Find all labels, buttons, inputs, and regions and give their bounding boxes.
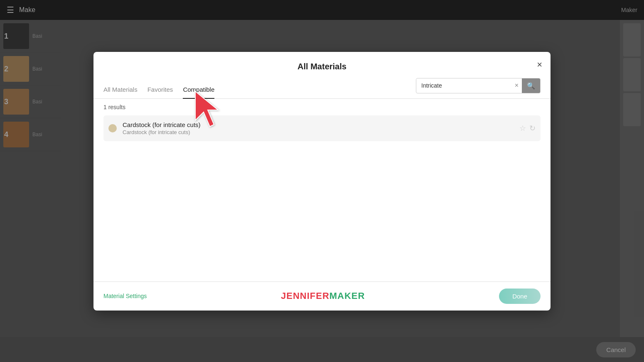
- search-clear-button[interactable]: ×: [511, 79, 522, 92]
- refresh-button[interactable]: ↻: [529, 124, 536, 133]
- material-color-dot: [108, 124, 117, 132]
- search-input[interactable]: [416, 79, 511, 92]
- material-row[interactable]: Cardstock (for intricate cuts) Cardstock…: [103, 115, 541, 141]
- material-name: Cardstock (for intricate cuts): [123, 121, 519, 128]
- tab-favorites[interactable]: Favorites: [147, 86, 173, 99]
- material-actions: ☆ ↻: [519, 124, 536, 133]
- material-settings-link[interactable]: Material Settings: [103, 293, 147, 299]
- material-subtitle: Cardstock (for intricate cuts): [123, 129, 519, 135]
- material-info: Cardstock (for intricate cuts) Cardstock…: [123, 121, 519, 135]
- results-count: 1 results: [93, 104, 551, 115]
- done-button[interactable]: Done: [499, 289, 541, 304]
- brand-logo: JENNIFER MAKER: [281, 291, 365, 301]
- modal-title: All Materials: [297, 62, 347, 71]
- close-button[interactable]: ×: [537, 60, 542, 69]
- clear-icon: ×: [515, 82, 519, 89]
- search-icon: 🔍: [527, 82, 535, 90]
- modal-overlay: All Materials × All Materials Favorites …: [0, 0, 644, 362]
- favorite-button[interactable]: ☆: [519, 124, 526, 133]
- brand-jennifer: JENNIFER: [281, 291, 329, 301]
- tab-all-materials[interactable]: All Materials: [103, 86, 138, 99]
- brand-maker: MAKER: [329, 291, 365, 301]
- material-list: Cardstock (for intricate cuts) Cardstock…: [93, 115, 551, 281]
- star-icon: ☆: [519, 124, 526, 132]
- search-submit-button[interactable]: 🔍: [522, 78, 540, 93]
- tab-compatible[interactable]: Compatible: [183, 86, 214, 99]
- modal-footer: Material Settings JENNIFER MAKER Done: [93, 281, 551, 311]
- refresh-icon: ↻: [529, 124, 536, 132]
- modal-container: All Materials × All Materials Favorites …: [93, 52, 551, 311]
- search-bar: × 🔍: [416, 78, 541, 93]
- modal-header: All Materials ×: [93, 52, 551, 71]
